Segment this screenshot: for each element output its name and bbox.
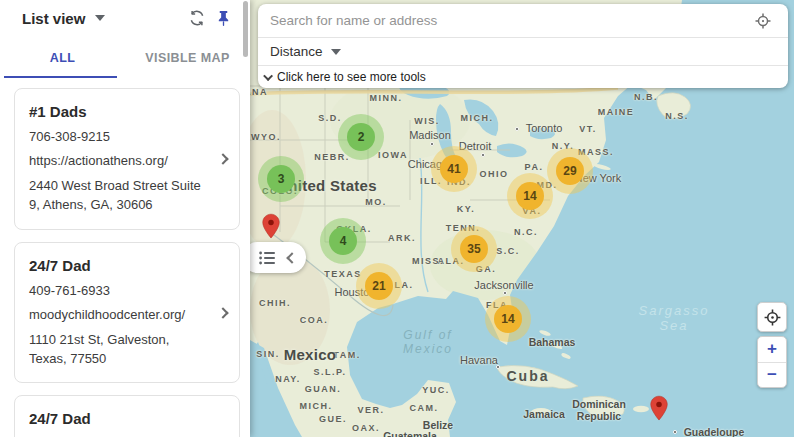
cluster-marker-14[interactable]: 14	[485, 296, 531, 342]
locate-crosshair-icon[interactable]	[750, 8, 776, 34]
listing-name: #1 Dads	[29, 103, 209, 120]
listing-phone: 409-761-6933	[29, 283, 209, 298]
location-pin-icon[interactable]	[260, 213, 282, 239]
city-dot	[515, 127, 519, 131]
cluster-count: 2	[347, 123, 375, 151]
listing-website[interactable]: moodychildhoodcenter.org/	[29, 307, 209, 322]
list-icon[interactable]	[254, 245, 280, 271]
cluster-count: 21	[365, 272, 393, 300]
chevron-down-icon	[95, 15, 105, 21]
collapse-chevron-icon[interactable]	[286, 252, 297, 263]
distance-dropdown[interactable]: Distance	[258, 38, 788, 66]
cluster-marker-41[interactable]: 41	[431, 146, 477, 192]
cluster-marker-35[interactable]: 35	[451, 226, 497, 272]
listing-address: 2440 West Broad Street Suite 9, Athens, …	[29, 177, 209, 215]
sidebar: List view ALL VISIBLE MAP	[0, 0, 250, 437]
cluster-marker-4[interactable]: 4	[320, 218, 366, 264]
chevron-right-icon[interactable]	[217, 153, 228, 164]
zoom-controls: + −	[757, 336, 787, 388]
search-input[interactable]	[270, 13, 750, 28]
location-pin-icon[interactable]	[648, 395, 670, 421]
cluster-marker-14[interactable]: 14	[507, 173, 553, 219]
chevron-right-icon[interactable]	[217, 307, 228, 318]
chevron-down-icon	[331, 49, 341, 55]
list-view-dropdown[interactable]: List view	[22, 10, 105, 27]
distance-label: Distance	[270, 44, 323, 59]
listing-address: 1110 21st St, Galveston, Texas, 77550	[29, 331, 209, 369]
cluster-count: 4	[329, 227, 357, 255]
tab-all[interactable]: ALL	[0, 38, 125, 78]
cluster-marker-21[interactable]: 21	[356, 263, 402, 309]
more-tools-toggle[interactable]: Click here to see more tools	[258, 66, 788, 88]
cluster-marker-3[interactable]: 3	[258, 156, 304, 202]
list-view-label: List view	[22, 10, 85, 27]
cluster-count: 14	[516, 182, 544, 210]
chevron-down-icon	[263, 71, 273, 81]
zoom-in-button[interactable]: +	[758, 337, 786, 363]
list-flyout-toggle	[250, 242, 306, 273]
cluster-count: 41	[440, 155, 468, 183]
search-panel: Distance Click here to see more tools	[258, 4, 788, 88]
pin-results-button[interactable]	[210, 5, 236, 31]
listing-list: #1 Dads 706-308-9215 https://actionathen…	[0, 78, 250, 437]
city-dot	[673, 430, 677, 434]
cluster-marker-29[interactable]: 29	[547, 148, 593, 194]
city-dot	[496, 365, 500, 369]
sidebar-header: List view	[0, 0, 250, 36]
map-canvas[interactable]: ANAWYO.MINN.S.D.WIS.MICH.NEBR.IOWAILL.IN…	[250, 0, 794, 437]
listing-card[interactable]: #1 Dads 706-308-9215 https://actionathen…	[14, 88, 240, 230]
refresh-button[interactable]	[184, 5, 210, 31]
tab-visible-map[interactable]: VISIBLE MAP	[125, 38, 250, 78]
zoom-out-button[interactable]: −	[758, 363, 786, 388]
listing-card[interactable]: 24/7 Dad 19144235905 https://yonkerscap.…	[14, 395, 240, 437]
city-dot	[430, 142, 434, 146]
more-tools-label: Click here to see more tools	[277, 70, 426, 84]
listing-website[interactable]: https://actionathens.org/	[29, 153, 209, 168]
listing-phone: 706-308-9215	[29, 129, 209, 144]
listing-name: 24/7 Dad	[29, 410, 209, 427]
store-locator-app: ANAWYO.MINN.S.D.WIS.MICH.NEBR.IOWAILL.IN…	[0, 0, 794, 437]
sidebar-tabs: ALL VISIBLE MAP	[0, 38, 250, 78]
city-dot	[503, 291, 507, 295]
my-location-button[interactable]	[757, 302, 787, 332]
cluster-count: 14	[494, 305, 522, 333]
listing-name: 24/7 Dad	[29, 257, 209, 274]
city-dot	[481, 153, 485, 157]
cluster-marker-2[interactable]: 2	[338, 114, 384, 160]
listing-card[interactable]: 24/7 Dad 409-761-6933 moodychildhoodcent…	[14, 242, 240, 384]
cluster-count: 3	[267, 165, 295, 193]
cluster-count: 29	[556, 157, 584, 185]
cluster-count: 35	[460, 235, 488, 263]
search-row	[258, 4, 788, 38]
